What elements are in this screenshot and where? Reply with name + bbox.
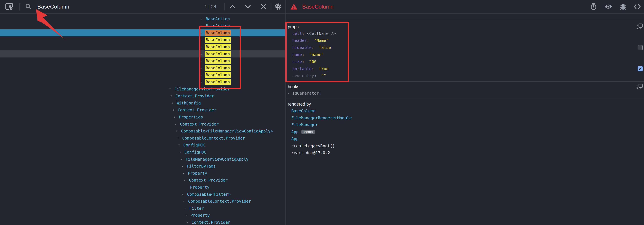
tree-row-BaseColumn[interactable]: ▸BaseColumn	[0, 43, 285, 50]
prop-value[interactable]: true	[319, 67, 328, 71]
prop-value[interactable]: <CellName />	[307, 31, 336, 36]
tree-row-BaseColumn[interactable]: ▸BaseColumn	[0, 29, 285, 36]
tree-row-BaseColumn[interactable]: ▸BaseColumn	[0, 78, 285, 85]
chevron-down-icon[interactable]: ▾	[169, 87, 174, 91]
owner-link[interactable]: FileManager	[291, 122, 318, 127]
prop-value[interactable]: ""	[321, 73, 326, 78]
prop-value[interactable]: 200	[309, 59, 316, 64]
previous-match-button[interactable]	[225, 5, 240, 8]
tree-row-BaseAction[interactable]: ▸BaseAction	[0, 22, 285, 30]
chevron-right-icon[interactable]: ▸	[200, 45, 205, 49]
component-name: ConfigHOC	[184, 149, 207, 155]
tree-row-Context.Provider[interactable]: ▾Context.Provider	[0, 121, 285, 128]
prop-key[interactable]: name	[292, 52, 302, 57]
chevron-right-icon[interactable]: ▸	[200, 24, 205, 28]
chevron-right-icon[interactable]: ▸	[200, 17, 205, 21]
owner-link[interactable]: BaseColumn	[291, 109, 316, 113]
chevron-down-icon[interactable]: ▾	[183, 178, 188, 182]
settings-gear-button[interactable]	[272, 3, 285, 10]
prop-key[interactable]: size	[292, 59, 302, 64]
tree-row-FileManagerViewProvider[interactable]: ▾FileManagerViewProvider	[0, 85, 285, 93]
tree-row-BaseColumn[interactable]: ▸BaseColumn	[0, 64, 285, 72]
tree-row-BaseAction[interactable]: ▸BaseAction	[0, 15, 285, 22]
prop-key[interactable]: sortable	[292, 67, 312, 71]
chevron-right-icon[interactable]: ▸	[200, 31, 205, 35]
chevron-down-icon[interactable]: ▾	[182, 199, 187, 203]
tree-row-Composable<FileManagerViewConfigApply>[interactable]: ▾Composable<FileManagerViewConfigApply>	[0, 128, 285, 135]
tree-row-Context.Provider[interactable]: ▾Context.Provider	[0, 219, 285, 225]
copy-props-button[interactable]	[637, 24, 643, 29]
tree-row-FilterByTags[interactable]: ▾FilterByTags	[0, 163, 285, 170]
tree-row-FileManagerViewConfigApply[interactable]: ▾FileManagerViewConfigApply	[0, 156, 285, 163]
prop-value[interactable]: "name"	[309, 52, 324, 57]
chevron-down-icon[interactable]: ▾	[173, 115, 178, 119]
chevron-down-icon[interactable]: ▾	[186, 221, 191, 224]
chevron-right-icon[interactable]: ▸	[200, 80, 205, 84]
chevron-down-icon[interactable]: ▾	[176, 136, 182, 140]
owner-link[interactable]: FileManagerRendererModule	[291, 116, 352, 120]
tree-row-Context.Provider[interactable]: ▾Context.Provider	[0, 107, 285, 114]
tree-row-Property[interactable]: ▾Property	[0, 170, 285, 177]
tree-row-ConfigHOC[interactable]: ▾ConfigHOC	[0, 142, 285, 149]
chevron-right-icon[interactable]: ▸	[288, 91, 292, 95]
chevron-down-icon[interactable]: ▾	[170, 94, 175, 98]
chevron-down-icon[interactable]: ▾	[180, 158, 185, 161]
chevron-down-icon[interactable]: ▾	[172, 108, 177, 112]
log-to-console-button[interactable]	[616, 3, 630, 10]
chevron-right-icon[interactable]: ▸	[200, 73, 205, 77]
chevron-down-icon[interactable]: ▾	[178, 143, 182, 147]
tree-row-Properties[interactable]: ▾Properties	[0, 113, 285, 121]
tree-row-Composable<Filter>[interactable]: ▾Composable<Filter>	[0, 191, 285, 198]
view-source-button[interactable]	[630, 4, 644, 9]
inspect-dom-button[interactable]	[601, 4, 616, 9]
inspect-element-button[interactable]	[0, 3, 19, 11]
chevron-right-icon[interactable]: ▸	[200, 38, 205, 42]
chevron-down-icon[interactable]: ▾	[184, 207, 188, 210]
prop-sortable-checkbox[interactable]: ✔	[638, 66, 643, 71]
copy-hooks-button[interactable]	[637, 84, 643, 90]
prop-colon: :	[314, 73, 321, 78]
chevron-down-icon[interactable]: ▾	[174, 122, 179, 126]
chevron-down-icon[interactable]: ▾	[182, 193, 186, 196]
prop-key[interactable]: header	[292, 38, 307, 43]
tree-row-ConfigHOC[interactable]: ▾ConfigHOC	[0, 149, 285, 156]
prop-key[interactable]: cell	[292, 31, 302, 36]
component-name: Properties	[178, 114, 204, 120]
hook-row-IdGenerator[interactable]: ▸IdGenerator:	[288, 90, 321, 97]
tree-row-Context.Provider[interactable]: ▾Context.Provider	[0, 177, 285, 184]
prop-value[interactable]: "Name"	[314, 38, 328, 43]
clear-search-button[interactable]	[256, 4, 271, 9]
owner-link[interactable]: App	[291, 130, 298, 134]
component-name: Property	[187, 170, 208, 176]
prop-key[interactable]: hideable	[292, 45, 312, 50]
chevron-right-icon[interactable]: ▸	[200, 52, 205, 56]
tree-row-ComposableContext.Provider[interactable]: ▾ComposableContext.Provider	[0, 198, 285, 205]
chevron-down-icon[interactable]: ▾	[181, 164, 186, 168]
tree-row-BaseColumn[interactable]: ▸BaseColumn	[0, 58, 285, 65]
next-match-button[interactable]	[240, 5, 256, 8]
tree-row-BaseColumn[interactable]: ▸BaseColumn	[0, 72, 285, 79]
tree-row-Context.Provider[interactable]: ▾Context.Provider	[0, 93, 285, 100]
chevron-down-icon[interactable]: ▾	[179, 150, 184, 154]
tree-row-BaseColumn[interactable]: ▸BaseColumn	[0, 50, 285, 58]
suspense-timer-button[interactable]	[586, 3, 601, 10]
tree-row-Property[interactable]: ▾Property	[0, 212, 285, 219]
chevron-right-icon[interactable]: ▸	[200, 66, 205, 70]
chevron-down-icon[interactable]: ▾	[182, 172, 187, 175]
tree-row-WithConfig[interactable]: ▾WithConfig	[0, 99, 285, 107]
component-name: Filter	[188, 205, 204, 211]
chevron-down-icon[interactable]: ▾	[176, 129, 180, 133]
prop-value[interactable]: false	[319, 45, 331, 50]
section-border	[286, 99, 644, 99]
chevron-down-icon[interactable]: ▾	[185, 213, 190, 217]
chevron-right-icon[interactable]: ▸	[200, 59, 205, 63]
chevron-down-icon[interactable]: ▾	[171, 101, 176, 105]
tree-row-Property[interactable]: Property	[0, 184, 285, 191]
prop-hideable-checkbox[interactable]	[638, 45, 643, 50]
owner-link[interactable]: App	[291, 136, 298, 141]
tree-row-Filter[interactable]: ▾Filter	[0, 205, 285, 212]
prop-key[interactable]: new entry	[292, 73, 314, 78]
tree-row-BaseColumn[interactable]: ▸BaseColumn	[0, 36, 285, 44]
tree-row-ComposableContext.Provider[interactable]: ▾ComposableContext.Provider	[0, 135, 285, 142]
search-input[interactable]: BaseColumn	[37, 4, 70, 10]
